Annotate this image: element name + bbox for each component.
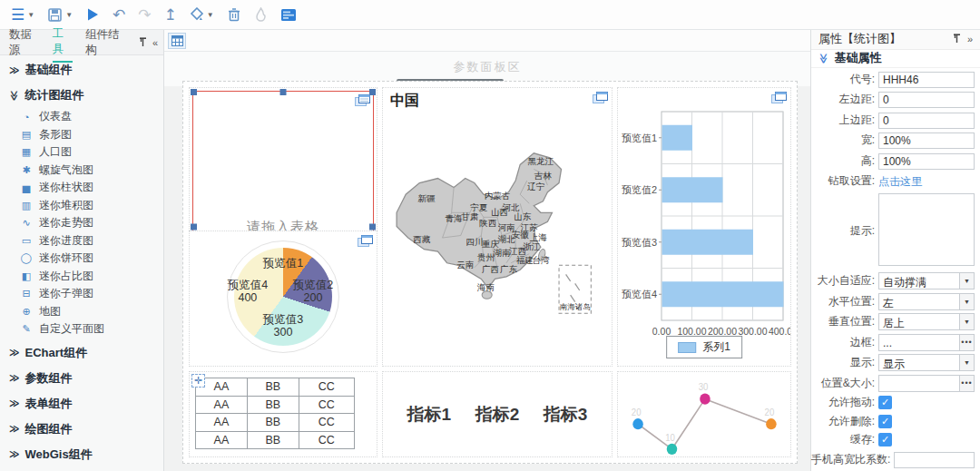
run-button[interactable] <box>85 7 100 22</box>
table-row: AABBCC <box>196 378 355 397</box>
property-select[interactable]: 居上▼ <box>878 313 975 330</box>
component-edit-icon[interactable] <box>771 91 787 107</box>
spiral-bubble-icon: ✱ <box>20 164 33 176</box>
sidebar-item-population-chart[interactable]: ▦人口图 <box>0 143 163 162</box>
hand-tool-button[interactable] <box>254 7 268 22</box>
table-cell: BB <box>247 431 299 449</box>
property-input[interactable] <box>878 72 975 88</box>
delete-button[interactable] <box>227 7 241 22</box>
sidebar-item-mini-ratio[interactable]: ◧迷你占比图 <box>0 268 163 286</box>
property-ellipsis[interactable]: ...••• <box>878 334 975 351</box>
move-handle-icon[interactable]: ✛ <box>191 374 205 388</box>
china-map-cell[interactable]: 中国 南海诸岛 新疆西藏青海甘肃内蒙古宁夏陕西山西河北黑龙 <box>382 87 612 367</box>
pie-slice-label: 预览值3300 <box>263 313 303 339</box>
pie-slice-label: 预览值2200 <box>293 279 333 304</box>
property-checkbox[interactable]: ✓ <box>878 433 892 446</box>
component-edit-icon[interactable] <box>358 234 373 250</box>
svg-text:30: 30 <box>699 382 709 392</box>
property-input[interactable] <box>878 132 975 149</box>
resize-handle-w[interactable] <box>191 224 197 231</box>
property-select[interactable]: 自动撑满▼ <box>878 272 975 289</box>
tooltip-textarea[interactable] <box>878 193 975 266</box>
resize-handle-nw[interactable] <box>191 89 197 95</box>
upload-button[interactable]: ↥ <box>164 7 177 23</box>
table-cell: AA <box>196 414 248 432</box>
menu-button[interactable]: ☰ ▼ <box>11 7 34 23</box>
undo-icon: ↶ <box>113 7 125 23</box>
pin-icon[interactable] <box>953 34 961 44</box>
collapse-right-icon[interactable]: » <box>967 34 973 44</box>
mini-bullet-icon: ⊟ <box>20 288 33 299</box>
line-chart-cell[interactable]: 20103020 <box>617 371 791 457</box>
sidebar-section-7[interactable]: ≫扩展组件 <box>0 467 163 471</box>
kpi-label-3: 指标3 <box>544 403 588 427</box>
component-edit-icon[interactable] <box>355 93 370 110</box>
property-label: 大小自适应: <box>818 273 875 289</box>
sidebar-item-mini-stacked[interactable]: ▥迷你堆积图 <box>0 197 163 215</box>
property-ellipsis[interactable]: ••• <box>878 375 975 392</box>
grid-settings-button[interactable] <box>168 33 186 49</box>
bar-chart-cell[interactable]: 预览值1预览值2预览值3预览值40.00100.00200.00300.0040… <box>617 87 791 367</box>
sidebar-item-mini-trend[interactable]: ∿迷你走势图 <box>0 214 163 232</box>
sidebar-section-6[interactable]: ≫WebGis组件 <box>0 442 163 467</box>
chevron-down-icon[interactable]: ≫ <box>818 53 829 64</box>
property-row: 垂直位置:居上▼ <box>811 313 975 330</box>
sidebar-section-2[interactable]: ≫EChart组件 <box>0 340 163 366</box>
collapse-left-icon[interactable]: « <box>152 37 158 48</box>
panel-settings-button[interactable] <box>280 8 297 22</box>
chevron-icon: ≫ <box>9 397 20 409</box>
table-cell: BB <box>247 396 299 414</box>
sidebar-item-bar-chart[interactable]: ▤条形图 <box>0 126 163 144</box>
property-checkbox[interactable]: ✓ <box>878 396 892 409</box>
sidebar-item-mini-bullet[interactable]: ⊟迷你子弹图 <box>0 285 163 303</box>
property-row: 左边距: <box>811 91 975 108</box>
sidebar-item-spiral-bubble[interactable]: ✱螺旋气泡图 <box>0 162 163 180</box>
pie-chart-cell[interactable]: 预览值1预览值2预览值3预览值4 预览值1预览值2200预览值3300预览值44… <box>189 231 377 367</box>
redo-button[interactable]: ↷ <box>138 7 151 23</box>
sidebar-item-mini-progress[interactable]: ▭迷你进度图 <box>0 232 163 250</box>
property-row: 水平位置:左▼ <box>811 293 975 310</box>
sidebar-section-1[interactable]: ≫统计图组件 <box>0 83 163 108</box>
mini-column-icon: ▅ <box>20 182 33 193</box>
province-label: 四川 <box>466 237 483 247</box>
sidebar-section-3[interactable]: ≫参数组件 <box>0 366 163 391</box>
sidebar-item-map[interactable]: ⊕地图 <box>0 303 163 321</box>
svg-text:20: 20 <box>765 407 775 417</box>
property-input[interactable] <box>878 113 975 129</box>
property-row: 钻取设置:点击这里 <box>811 172 975 190</box>
pie-slice-label: 预览值1 <box>263 257 303 270</box>
kpi-label-2: 指标2 <box>475 403 520 427</box>
property-label: 垂直位置: <box>828 314 875 329</box>
resize-handle-n[interactable] <box>280 89 287 95</box>
format-paint-button[interactable]: ▼ <box>190 7 214 22</box>
property-row: 允许拖动:✓ <box>811 395 975 410</box>
resize-handle-e[interactable] <box>369 224 376 231</box>
sidebar-item-mini-column[interactable]: ▅迷你柱状图 <box>0 179 163 197</box>
property-row: 允许删除:✓ <box>811 414 975 429</box>
resize-handle-ne[interactable] <box>369 89 376 95</box>
undo-button[interactable]: ↶ <box>113 7 125 23</box>
property-input[interactable] <box>878 92 975 108</box>
drill-settings-link[interactable]: 点击这里 <box>878 175 922 188</box>
pin-icon[interactable] <box>139 37 147 47</box>
property-label: 水平位置: <box>828 294 875 309</box>
property-input[interactable] <box>878 153 975 170</box>
property-input[interactable] <box>894 452 975 468</box>
property-select[interactable]: 显示▼ <box>878 354 975 371</box>
save-button[interactable]: ▼ <box>47 7 73 23</box>
component-edit-icon[interactable] <box>593 91 608 107</box>
kpi-cell[interactable]: 指标1指标2指标3 <box>382 371 612 457</box>
sidebar-item-custom-plan[interactable]: ✎自定义平面图 <box>0 320 163 339</box>
province-label: 云南 <box>456 260 474 270</box>
sidebar-section-4[interactable]: ≫表单组件 <box>0 391 163 417</box>
property-label: 边框: <box>850 335 875 350</box>
property-select[interactable]: 左▼ <box>878 293 975 310</box>
sidebar-section-5[interactable]: ≫绘图组件 <box>0 417 163 442</box>
sidebar-item-mini-donut[interactable]: ◯迷你饼环图 <box>0 250 163 268</box>
sidebar-section-0[interactable]: ≫基础组件 <box>0 57 163 83</box>
province-label: 宁夏 <box>470 202 488 212</box>
data-table-cell[interactable]: ✛ AABBCCAABBCCAABBCCAABBCC <box>189 371 377 457</box>
property-checkbox[interactable]: ✓ <box>878 415 892 428</box>
china-map[interactable]: 南海诸岛 新疆西藏青海甘肃内蒙古宁夏陕西山西河北黑龙江吉林辽宁山东河南安徽江苏上… <box>383 104 612 362</box>
sidebar-item-gauge[interactable]: ◔仪表盘 <box>0 108 163 126</box>
